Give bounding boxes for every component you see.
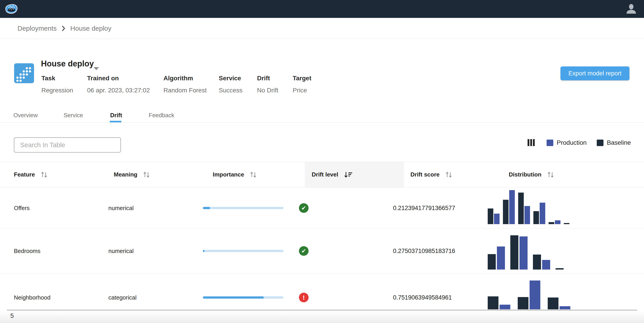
feature-meaning: numerical: [108, 247, 134, 254]
field-target: Target Price: [293, 75, 312, 94]
field-label: Service: [219, 75, 242, 82]
histogram-bin: [556, 268, 573, 270]
field-drift: Drift No Drift: [257, 75, 278, 94]
histogram-bin: [488, 247, 505, 270]
column-selector-icon[interactable]: [528, 139, 535, 146]
production-color-swatch: [546, 140, 553, 146]
drift-ok-check-icon: ✔: [299, 203, 308, 213]
field-task: Task Regression: [42, 75, 73, 94]
feature-meaning: categorical: [108, 294, 136, 301]
legend-baseline[interactable]: Baseline: [597, 139, 631, 146]
drift-score-value: 0.27503710985183716: [393, 247, 455, 254]
column-label: Importance: [213, 171, 244, 178]
column-header-importance[interactable]: Importance: [213, 162, 257, 187]
breadcrumb: Deployments House deploy: [0, 18, 644, 39]
field-value: Price: [293, 87, 312, 94]
baseline-bar: [503, 200, 508, 224]
legend-production[interactable]: Production: [546, 139, 587, 146]
table-footer: 5: [0, 311, 644, 323]
baseline-bar: [518, 297, 528, 309]
feature-name: Bedrooms: [14, 247, 40, 254]
column-header-drift-level[interactable]: Drift level: [305, 162, 404, 187]
field-algorithm: Algorithm Random Forest: [164, 75, 207, 94]
sort-icon: [250, 171, 257, 178]
column-header-feature[interactable]: Feature: [14, 162, 48, 187]
sort-descending-icon: [344, 171, 353, 179]
column-header-distribution[interactable]: Distribution: [509, 162, 554, 187]
sort-icon: [143, 171, 150, 178]
tab-feedback[interactable]: Feedback: [149, 112, 174, 119]
top-navigation-bar: [0, 0, 644, 18]
baseline-bar: [533, 255, 541, 270]
histogram-bin: [518, 193, 530, 224]
importance-bar: [203, 296, 284, 299]
brand-logo-icon[interactable]: [5, 4, 18, 14]
field-label: Drift: [257, 75, 278, 82]
importance-track: [203, 296, 284, 299]
page-title: House deploy: [41, 59, 94, 68]
drift-score-value: 0.7519063949584961: [393, 294, 452, 301]
legend-label: Production: [557, 139, 587, 146]
field-label: Target: [293, 75, 312, 82]
baseline-bar: [534, 211, 539, 224]
histogram-bin: [548, 298, 570, 309]
field-value: 06 apr. 2023, 03:27:02: [87, 87, 150, 94]
baseline-bar: [488, 209, 493, 224]
export-model-report-button[interactable]: Export model report: [560, 66, 630, 80]
production-bar: [530, 281, 540, 309]
column-label: Feature: [14, 171, 35, 178]
search-input[interactable]: [14, 137, 121, 153]
horizontal-scrollbar[interactable]: [7, 310, 637, 311]
column-label: Meaning: [114, 171, 137, 178]
field-value: Regression: [42, 87, 73, 94]
tab-drift[interactable]: Drift: [110, 112, 122, 119]
histogram-bin: [548, 220, 560, 224]
table-row[interactable]: Bedroomsnumerical✔0.27503710985183716: [0, 228, 644, 274]
histogram-bin: [534, 203, 545, 224]
baseline-bar: [548, 222, 554, 224]
drift-ok-check-icon: ✔: [299, 246, 308, 256]
tabs-divider: [0, 122, 644, 123]
importance-track: [203, 207, 284, 209]
row-count: 5: [10, 312, 14, 320]
baseline-bar: [518, 193, 524, 224]
field-value: No Drift: [257, 87, 278, 94]
field-label: Algorithm: [164, 75, 207, 82]
title-dropdown-caret-icon[interactable]: [94, 67, 99, 70]
feature-name: Offers: [14, 204, 30, 211]
field-value: Random Forest: [164, 87, 207, 94]
drift-score-value: 0.21239417791366577: [393, 204, 455, 211]
tab-bar: Overview Service Drift Feedback: [0, 110, 644, 122]
column-header-drift-score[interactable]: Drift score: [410, 162, 452, 187]
field-label: Trained on: [87, 75, 150, 82]
baseline-bar: [488, 296, 498, 309]
feature-name: Neighborhood: [14, 294, 50, 301]
production-bar: [509, 190, 515, 224]
chevron-right-icon: [62, 25, 66, 31]
user-avatar-icon[interactable]: [626, 3, 637, 14]
sort-icon: [445, 171, 452, 178]
histogram-bin: [488, 209, 500, 224]
tab-overview[interactable]: Overview: [14, 112, 38, 119]
histogram-bin: [564, 223, 576, 224]
distribution-histogram: [488, 235, 573, 270]
active-tab-indicator: [110, 121, 121, 122]
production-bar: [497, 247, 505, 270]
column-label: Drift level: [312, 171, 338, 178]
importance-bar: [203, 250, 284, 252]
tab-service[interactable]: Service: [64, 112, 83, 119]
production-bar: [524, 206, 530, 224]
field-value: Success: [219, 87, 242, 94]
importance-fill: [203, 296, 264, 299]
histogram-bin: [510, 235, 528, 270]
breadcrumb-deployments[interactable]: Deployments: [18, 24, 57, 32]
field-label: Task: [42, 75, 73, 82]
production-bar: [542, 260, 550, 270]
baseline-bar: [510, 235, 518, 270]
column-header-meaning[interactable]: Meaning: [114, 162, 150, 187]
breadcrumb-current-page: House deploy: [70, 24, 111, 32]
feature-meaning: numerical: [108, 204, 134, 211]
distribution-histogram: [488, 190, 576, 224]
table-row[interactable]: Offersnumerical✔0.21239417791366577: [0, 188, 644, 228]
table-row[interactable]: Neighborhoodcategorical!0.75190639495849…: [0, 274, 644, 310]
